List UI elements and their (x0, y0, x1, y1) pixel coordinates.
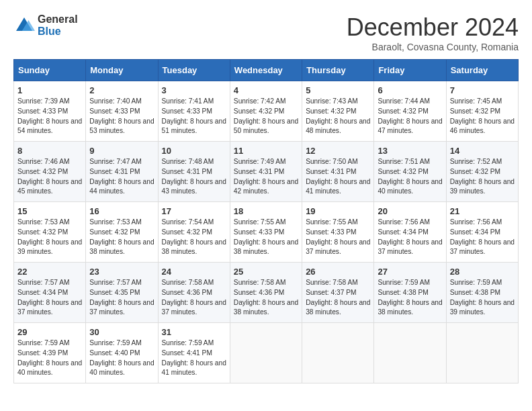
day-info: Sunrise: 7:52 AMSunset: 4:32 PMDaylight:… (450, 157, 515, 197)
day-number: 15 (17, 206, 82, 216)
day-number: 12 (306, 146, 370, 156)
calendar-cell: 20Sunrise: 7:56 AMSunset: 4:34 PMDayligh… (374, 202, 446, 263)
calendar-cell: 21Sunrise: 7:56 AMSunset: 4:34 PMDayligh… (446, 202, 518, 263)
weekday-header: Monday (86, 60, 158, 81)
day-number: 20 (378, 206, 442, 216)
day-info: Sunrise: 7:50 AMSunset: 4:31 PMDaylight:… (306, 157, 370, 197)
day-info: Sunrise: 7:48 AMSunset: 4:31 PMDaylight:… (162, 157, 226, 197)
calendar-cell: 9Sunrise: 7:47 AMSunset: 4:31 PMDaylight… (86, 142, 158, 202)
day-number: 27 (378, 267, 442, 277)
day-number: 9 (89, 146, 154, 156)
logo-icon (13, 15, 35, 36)
day-number: 4 (234, 85, 298, 95)
calendar-cell: 19Sunrise: 7:55 AMSunset: 4:33 PMDayligh… (302, 202, 374, 263)
day-number: 6 (378, 85, 442, 95)
day-number: 10 (162, 146, 226, 156)
day-number: 18 (234, 206, 298, 216)
calendar-cell (374, 323, 446, 383)
calendar-cell: 7Sunrise: 7:45 AMSunset: 4:32 PMDaylight… (446, 81, 518, 142)
calendar-week-row: 15Sunrise: 7:53 AMSunset: 4:32 PMDayligh… (14, 202, 519, 263)
calendar-cell: 15Sunrise: 7:53 AMSunset: 4:32 PMDayligh… (14, 202, 86, 263)
logo-general: General (38, 13, 78, 26)
month-title: December 2024 (347, 13, 519, 42)
calendar-cell: 13Sunrise: 7:51 AMSunset: 4:32 PMDayligh… (374, 142, 446, 202)
day-number: 22 (17, 267, 82, 277)
calendar-cell: 17Sunrise: 7:54 AMSunset: 4:32 PMDayligh… (158, 202, 230, 263)
day-info: Sunrise: 7:55 AMSunset: 4:33 PMDaylight:… (306, 218, 370, 257)
calendar-cell: 29Sunrise: 7:59 AMSunset: 4:39 PMDayligh… (14, 323, 86, 383)
day-number: 24 (162, 267, 226, 277)
logo-blue: Blue (38, 26, 78, 38)
calendar-cell: 12Sunrise: 7:50 AMSunset: 4:31 PMDayligh… (302, 142, 374, 202)
weekday-header: Thursday (302, 60, 374, 81)
day-number: 3 (162, 85, 226, 95)
day-number: 28 (450, 267, 515, 277)
calendar-cell: 18Sunrise: 7:55 AMSunset: 4:33 PMDayligh… (230, 202, 302, 263)
calendar-cell: 8Sunrise: 7:46 AMSunset: 4:32 PMDaylight… (14, 142, 86, 202)
calendar-cell: 4Sunrise: 7:42 AMSunset: 4:32 PMDaylight… (230, 81, 302, 142)
calendar-cell: 10Sunrise: 7:48 AMSunset: 4:31 PMDayligh… (158, 142, 230, 202)
title-section: December 2024 Baraolt, Covasna County, R… (347, 13, 519, 52)
day-info: Sunrise: 7:45 AMSunset: 4:32 PMDaylight:… (450, 97, 515, 136)
day-info: Sunrise: 7:49 AMSunset: 4:31 PMDaylight:… (234, 157, 298, 197)
day-number: 2 (89, 85, 154, 95)
day-info: Sunrise: 7:57 AMSunset: 4:35 PMDaylight:… (89, 278, 154, 318)
day-info: Sunrise: 7:54 AMSunset: 4:32 PMDaylight:… (162, 218, 226, 257)
day-number: 17 (162, 206, 226, 216)
calendar-cell (446, 323, 518, 383)
calendar-cell: 26Sunrise: 7:58 AMSunset: 4:37 PMDayligh… (302, 263, 374, 323)
day-number: 11 (234, 146, 298, 156)
calendar-week-row: 22Sunrise: 7:57 AMSunset: 4:34 PMDayligh… (14, 263, 519, 323)
day-info: Sunrise: 7:53 AMSunset: 4:32 PMDaylight:… (17, 218, 82, 257)
day-info: Sunrise: 7:58 AMSunset: 4:36 PMDaylight:… (234, 278, 298, 318)
day-info: Sunrise: 7:41 AMSunset: 4:33 PMDaylight:… (162, 97, 226, 136)
day-info: Sunrise: 7:58 AMSunset: 4:36 PMDaylight:… (162, 278, 226, 318)
day-info: Sunrise: 7:59 AMSunset: 4:38 PMDaylight:… (378, 278, 442, 318)
logo: General Blue (13, 13, 78, 37)
day-number: 21 (450, 206, 515, 216)
calendar-cell: 28Sunrise: 7:59 AMSunset: 4:38 PMDayligh… (446, 263, 518, 323)
day-number: 13 (378, 146, 442, 156)
day-info: Sunrise: 7:47 AMSunset: 4:31 PMDaylight:… (89, 157, 154, 197)
day-number: 16 (89, 206, 154, 216)
day-number: 7 (450, 85, 515, 95)
day-info: Sunrise: 7:40 AMSunset: 4:33 PMDaylight:… (89, 97, 154, 136)
day-number: 26 (306, 267, 370, 277)
day-info: Sunrise: 7:43 AMSunset: 4:32 PMDaylight:… (306, 97, 370, 136)
day-info: Sunrise: 7:57 AMSunset: 4:34 PMDaylight:… (17, 278, 82, 318)
day-number: 23 (89, 267, 154, 277)
calendar-week-row: 8Sunrise: 7:46 AMSunset: 4:32 PMDaylight… (14, 142, 519, 202)
calendar-cell: 5Sunrise: 7:43 AMSunset: 4:32 PMDaylight… (302, 81, 374, 142)
day-number: 1 (17, 85, 82, 95)
weekday-header: Wednesday (230, 60, 302, 81)
day-info: Sunrise: 7:42 AMSunset: 4:32 PMDaylight:… (234, 97, 298, 136)
calendar-cell: 23Sunrise: 7:57 AMSunset: 4:35 PMDayligh… (86, 263, 158, 323)
day-info: Sunrise: 7:55 AMSunset: 4:33 PMDaylight:… (234, 218, 298, 257)
weekday-header: Friday (374, 60, 446, 81)
day-number: 14 (450, 146, 515, 156)
calendar-cell: 11Sunrise: 7:49 AMSunset: 4:31 PMDayligh… (230, 142, 302, 202)
day-number: 19 (306, 206, 370, 216)
day-info: Sunrise: 7:51 AMSunset: 4:32 PMDaylight:… (378, 157, 442, 197)
calendar-cell (230, 323, 302, 383)
weekday-header: Saturday (446, 60, 518, 81)
calendar-cell: 6Sunrise: 7:44 AMSunset: 4:32 PMDaylight… (374, 81, 446, 142)
calendar-cell: 14Sunrise: 7:52 AMSunset: 4:32 PMDayligh… (446, 142, 518, 202)
calendar-cell: 22Sunrise: 7:57 AMSunset: 4:34 PMDayligh… (14, 263, 86, 323)
calendar-cell: 1Sunrise: 7:39 AMSunset: 4:33 PMDaylight… (14, 81, 86, 142)
day-number: 8 (17, 146, 82, 156)
calendar-week-row: 1Sunrise: 7:39 AMSunset: 4:33 PMDaylight… (14, 81, 519, 142)
weekday-header: Sunday (14, 60, 86, 81)
calendar-cell: 2Sunrise: 7:40 AMSunset: 4:33 PMDaylight… (86, 81, 158, 142)
day-info: Sunrise: 7:59 AMSunset: 4:40 PMDaylight:… (89, 338, 154, 378)
day-number: 5 (306, 85, 370, 95)
day-info: Sunrise: 7:44 AMSunset: 4:32 PMDaylight:… (378, 97, 442, 136)
weekday-header: Tuesday (158, 60, 230, 81)
logo-text: General Blue (38, 13, 78, 37)
page-header: General Blue December 2024 Baraolt, Cova… (13, 13, 519, 52)
calendar-cell: 16Sunrise: 7:53 AMSunset: 4:32 PMDayligh… (86, 202, 158, 263)
calendar-cell: 27Sunrise: 7:59 AMSunset: 4:38 PMDayligh… (374, 263, 446, 323)
day-number: 25 (234, 267, 298, 277)
day-info: Sunrise: 7:58 AMSunset: 4:37 PMDaylight:… (306, 278, 370, 318)
day-info: Sunrise: 7:39 AMSunset: 4:33 PMDaylight:… (17, 97, 82, 136)
